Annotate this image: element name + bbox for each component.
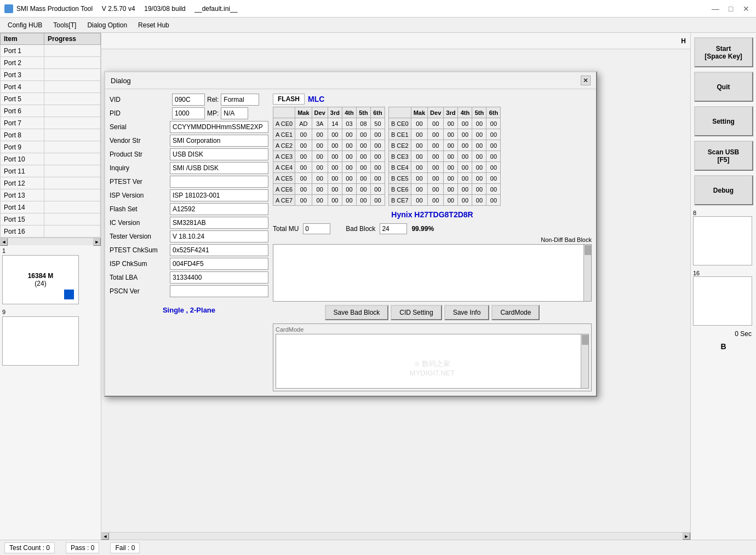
scan-usb-button[interactable]: Scan USB [F5] <box>694 141 753 171</box>
debug-button[interactable]: Debug <box>694 175 753 205</box>
ce-val-b2-1: 00 <box>428 140 444 151</box>
menu-dialog-option[interactable]: Dialog Option <box>82 19 133 31</box>
cardmode-scrollbar[interactable] <box>581 334 588 388</box>
inquiry-label: Inquiry <box>110 164 170 172</box>
save-info-button[interactable]: Save Info <box>444 305 490 320</box>
table-row: Port 9 <box>1 141 101 153</box>
scroll-left-btn[interactable]: ◄ <box>0 238 8 246</box>
ce-val-a1-4: 00 <box>356 129 370 140</box>
table-row: Port 1 <box>1 45 101 57</box>
port-name: Port 3 <box>1 69 44 81</box>
ce-val-b6-2: 00 <box>444 184 458 195</box>
ce-val-b5-1: 00 <box>428 173 444 184</box>
port-box-8-container: 8 <box>693 210 754 265</box>
ce-val-b2-3: 00 <box>458 140 472 151</box>
ce-val-a3-3: 00 <box>342 151 356 162</box>
ce-label-a3: A CE3 <box>273 151 295 162</box>
dialog-title-text: Dialog <box>111 77 131 85</box>
port-progress <box>44 57 101 69</box>
cid-setting-button[interactable]: CID Setting <box>391 305 442 320</box>
ce-val-a6-0: 00 <box>295 184 312 195</box>
ce-val-b5-0: 00 <box>411 173 427 184</box>
ptest-ver-row: PTEST Ver <box>110 176 268 188</box>
ce-val-a1-1: 00 <box>312 129 328 140</box>
textarea-scrollbar[interactable] <box>583 245 591 301</box>
tester-ver-row: Tester Version V 18.10.24 <box>110 230 268 242</box>
ce-val-a2-5: 00 <box>370 140 385 151</box>
ce-val-b5-5: 00 <box>486 173 501 184</box>
minimize-button[interactable]: — <box>710 3 721 14</box>
ptest-chk-value: 0x525F4241 <box>170 244 268 256</box>
scroll-left-btn-2[interactable]: ◄ <box>101 533 109 540</box>
rel-label: Rel: <box>207 96 219 103</box>
menu-config-hub[interactable]: Config HUB <box>2 19 48 31</box>
dialog-close-button[interactable]: ✕ <box>581 76 591 85</box>
ce-label-a2: A CE2 <box>273 140 295 151</box>
ce-val-a6-1: 00 <box>312 184 328 195</box>
start-button[interactable]: Start [Space Key] <box>694 37 753 67</box>
ce-val-b2-0: 00 <box>411 140 427 151</box>
ce-val-a2-1: 00 <box>312 140 328 151</box>
port-name: Port 11 <box>1 165 44 177</box>
app-title-text: SMI Mass Production Tool <box>16 5 93 13</box>
port-progress <box>44 189 101 201</box>
menu-bar: Config HUB Tools[T] Dialog Option Reset … <box>0 18 756 33</box>
restore-button[interactable]: □ <box>725 3 736 14</box>
main-content: Item Progress Port 1 Port 2 Port 3 Port … <box>0 33 756 540</box>
card-mode-button[interactable]: CardMode <box>491 305 540 320</box>
flash-row-b: B CE3000000000000 <box>388 151 501 162</box>
ce-label-b6: B CE6 <box>388 184 411 195</box>
pid-row: PID 1000 MP: N/A <box>110 107 268 119</box>
a-header-5th: 5th <box>356 107 370 118</box>
ce-val-b6-4: 00 <box>472 184 486 195</box>
isp-chk-label: ISP ChkSum <box>110 260 170 268</box>
ce-label-a1: A CE1 <box>273 129 295 140</box>
bad-block-percent: 99.99% <box>411 225 434 233</box>
ce-val-b6-0: 00 <box>411 184 427 195</box>
ce-val-a5-4: 00 <box>356 173 370 184</box>
setting-button[interactable]: Setting <box>694 106 753 136</box>
ce-val-b3-1: 00 <box>428 151 444 162</box>
flash-table-b: Mak Dev 3rd 4th 5th 6th B CE000000000000… <box>388 107 501 206</box>
flash-row-a: A CE3000000000000 <box>273 151 385 162</box>
ptest-chk-label: PTEST ChkSum <box>110 246 170 254</box>
port-progress <box>44 117 101 129</box>
ce-val-b2-2: 00 <box>444 140 458 151</box>
port-name: Port 15 <box>1 213 44 226</box>
dialog-title-bar: Dialog ✕ <box>105 72 596 89</box>
port-box-9-container: 9 <box>2 309 79 366</box>
ce-val-a7-4: 00 <box>356 195 370 206</box>
ce-val-a4-3: 00 <box>342 162 356 173</box>
ce-val-b2-5: 00 <box>486 140 501 151</box>
scroll-right-btn[interactable]: ► <box>93 238 101 246</box>
flash-row-a: A CE7000000000000 <box>273 195 385 206</box>
ic-ver-label: IC Version <box>110 219 170 227</box>
ce-val-b3-5: 00 <box>486 151 501 162</box>
save-bad-block-button[interactable]: Save Bad Block <box>325 305 389 320</box>
flash-row-b: B CE5000000000000 <box>388 173 501 184</box>
dialog-body: VID 090C Rel: Formal PID 1000 MP: N/A Se… <box>105 89 596 396</box>
ce-val-a5-5: 00 <box>370 173 385 184</box>
ce-val-b5-4: 00 <box>472 173 486 184</box>
scroll-right-btn-2[interactable]: ► <box>683 533 690 540</box>
app-icon <box>4 4 13 13</box>
h-scroll[interactable]: ◄ ► <box>0 238 101 245</box>
close-button[interactable]: ✕ <box>741 3 752 14</box>
port-progress <box>44 201 101 213</box>
flash-row-b: B CE1000000000000 <box>388 129 501 140</box>
app-build: 19/03/08 build <box>144 5 185 13</box>
flash-set-row: Flash Set A12592 <box>110 203 268 215</box>
quit-button[interactable]: Quit <box>694 72 753 102</box>
port-box-16 <box>693 276 752 326</box>
table-row: Port 6 <box>1 105 101 117</box>
ce-val-a2-4: 00 <box>356 140 370 151</box>
flash-row-b: B CE4000000000000 <box>388 162 501 173</box>
ce-val-a6-3: 00 <box>342 184 356 195</box>
b-header-4th: 4th <box>458 107 472 118</box>
menu-reset-hub[interactable]: Reset Hub <box>133 19 175 31</box>
table-row: Port 3 <box>1 69 101 81</box>
isp-ver-value: ISP 181023-001 <box>170 189 268 201</box>
bottom-h-scroll[interactable]: ◄ ► <box>101 532 690 540</box>
menu-tools[interactable]: Tools[T] <box>48 19 82 31</box>
ce-val-b6-5: 00 <box>486 184 501 195</box>
